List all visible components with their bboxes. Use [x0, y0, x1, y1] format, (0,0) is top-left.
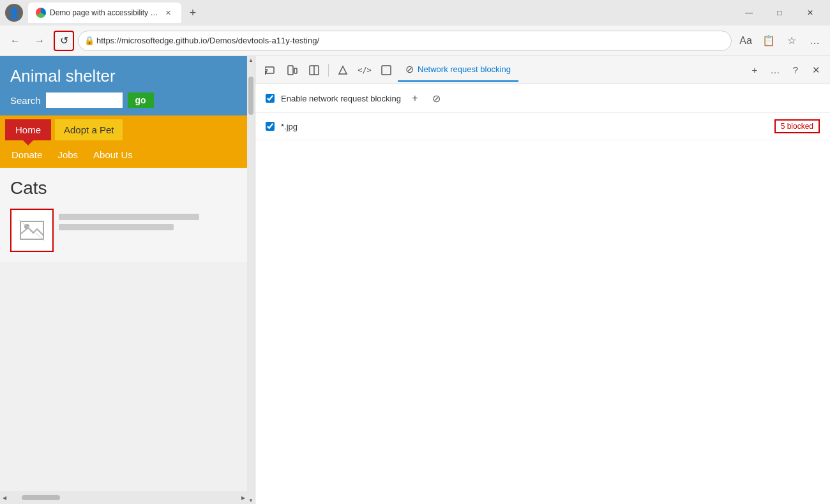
enable-nrb-checkbox[interactable] — [266, 94, 275, 103]
tab-close-button[interactable]: ✕ — [163, 8, 174, 19]
horizontal-scrollbar[interactable]: ◀ ▶ — [0, 491, 248, 504]
search-label: Search — [10, 95, 41, 106]
nav-home-button[interactable]: Home — [5, 119, 51, 140]
nav-jobs-button[interactable]: Jobs — [51, 147, 84, 163]
site-body: Cats — [0, 168, 248, 262]
site-nav: Home Adopt a Pet — [0, 115, 248, 144]
favorites-icon[interactable]: ☆ — [781, 31, 802, 51]
search-go-button[interactable]: go — [128, 93, 154, 108]
window-controls: — □ ✕ — [734, 3, 825, 23]
site-search: Search go — [10, 93, 238, 108]
nav-donate-button[interactable]: Donate — [5, 147, 49, 163]
minimize-button[interactable]: — — [734, 3, 764, 23]
reload-button[interactable]: ↺ — [54, 31, 74, 51]
devtools-device-icon[interactable] — [282, 60, 303, 80]
nav-adopt-button[interactable]: Adopt a Pet — [55, 119, 123, 140]
add-tab-button[interactable]: + — [746, 61, 764, 79]
tab-title: Demo page with accessibility issu — [50, 8, 159, 17]
devtools-cast-icon[interactable] — [260, 60, 281, 80]
more-tools-icon[interactable]: … — [804, 31, 825, 51]
svg-rect-9 — [382, 66, 391, 75]
pattern-list: *.jpg 5 blocked — [255, 113, 830, 504]
site-nav-secondary: Donate Jobs About Us — [0, 144, 248, 168]
vertical-scrollbar[interactable]: ▲ ▼ — [247, 56, 255, 504]
devtools-tabs: </> ⊘ Network request blocking + … ? ✕ — [255, 56, 830, 84]
address-bar: ← → ↺ 🔒 https://microsoftedge.github.io/… — [0, 26, 830, 56]
tab-network-request-blocking[interactable]: ⊘ Network request blocking — [398, 58, 518, 82]
toolbar-icons: Aa 📋 ☆ … — [736, 31, 825, 51]
new-tab-button[interactable]: + — [184, 4, 202, 22]
maximize-button[interactable]: □ — [765, 3, 794, 23]
help-button[interactable]: ? — [787, 61, 804, 79]
browser-viewport: Animal shelter Search go Home Adopt a Pe… — [0, 56, 255, 504]
tab-bar: Demo page with accessibility issu ✕ + — [28, 3, 732, 23]
site-content: Animal shelter Search go Home Adopt a Pe… — [0, 56, 248, 275]
svg-line-2 — [19, 220, 45, 241]
cats-heading: Cats — [10, 178, 238, 198]
title-bar: 👤 Demo page with accessibility issu ✕ + … — [0, 0, 830, 26]
scroll-up-arrow[interactable]: ▲ — [247, 56, 255, 64]
main-area: Animal shelter Search go Home Adopt a Pe… — [0, 56, 830, 504]
pattern-checkbox[interactable] — [266, 122, 275, 131]
scroll-thumb[interactable] — [248, 77, 253, 115]
nrb-toolbar: Enable network request blocking + ⊘ — [255, 84, 830, 113]
broken-image — [10, 209, 54, 252]
scroll-h-thumb[interactable] — [22, 495, 60, 500]
svg-rect-5 — [288, 66, 293, 75]
address-wrapper: 🔒 https://microsoftedge.github.io/Demos/… — [78, 31, 732, 51]
scroll-left-arrow[interactable]: ◀ — [0, 495, 9, 501]
close-devtools-button[interactable]: ✕ — [807, 61, 825, 79]
nav-about-button[interactable]: About Us — [87, 147, 139, 163]
url-bar[interactable]: https://microsoftedge.github.io/Demos/de… — [78, 31, 732, 51]
devtools-console-icon[interactable]: </> — [354, 60, 375, 80]
edge-icon — [36, 8, 46, 18]
read-aloud-icon[interactable]: Aa — [736, 31, 756, 51]
search-input[interactable] — [46, 93, 123, 108]
scroll-right-arrow[interactable]: ▶ — [239, 495, 248, 501]
image-row — [10, 209, 238, 252]
devtools-split-icon[interactable] — [304, 60, 324, 80]
pattern-item: *.jpg 5 blocked — [255, 113, 830, 140]
devtools-elements-icon[interactable] — [333, 60, 353, 80]
forward-button[interactable]: → — [29, 31, 50, 51]
block-all-button[interactable]: ⊘ — [429, 91, 444, 106]
split-screen-icon[interactable]: 📋 — [758, 31, 779, 51]
site-header: Animal shelter Search go — [0, 56, 248, 115]
broken-image-svg — [19, 220, 45, 241]
svg-rect-6 — [294, 68, 297, 73]
content-line-1 — [59, 214, 199, 220]
more-tabs-button[interactable]: … — [766, 61, 784, 79]
active-tab[interactable]: Demo page with accessibility issu ✕ — [28, 3, 181, 23]
close-button[interactable]: ✕ — [796, 3, 825, 23]
devtools-panel: </> ⊘ Network request blocking + … ? ✕ E… — [255, 56, 830, 504]
enable-nrb-label: Enable network request blocking — [281, 94, 401, 103]
lock-icon: 🔒 — [84, 36, 94, 45]
back-button[interactable]: ← — [5, 31, 26, 51]
content-line-2 — [59, 224, 174, 230]
profile-icon[interactable]: 👤 — [5, 4, 23, 22]
tab-separator-1 — [328, 64, 329, 77]
content-lines — [59, 214, 199, 230]
scroll-down-arrow[interactable]: ▼ — [247, 496, 255, 504]
pattern-text: *.jpg — [281, 122, 768, 131]
site-title: Animal shelter — [10, 66, 238, 86]
blocked-badge: 5 blocked — [774, 119, 820, 133]
devtools-sources-icon[interactable] — [376, 60, 396, 80]
add-pattern-button[interactable]: + — [407, 91, 423, 106]
devtools-tab-actions: + … ? ✕ — [746, 61, 825, 79]
